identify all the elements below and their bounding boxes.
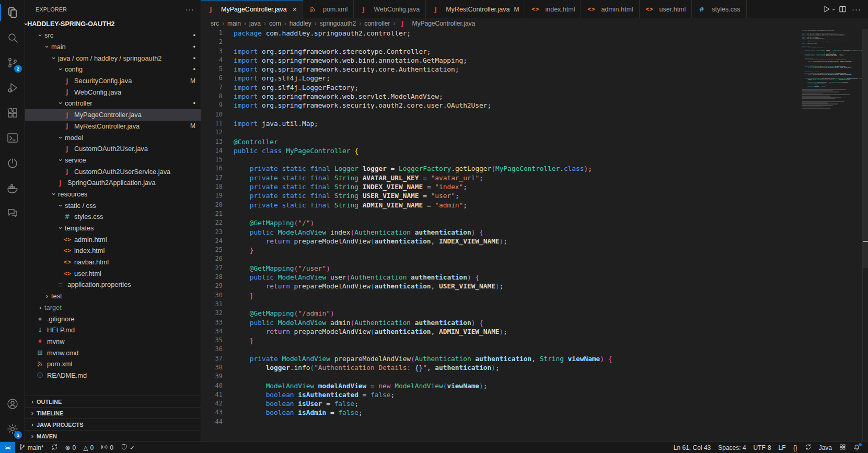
activity-bar-spring-boot-icon[interactable] (0, 150, 25, 176)
tree-folder-main[interactable]: ›main• (25, 41, 201, 53)
tree-folder-model[interactable]: ›model (25, 132, 201, 143)
code-line-30[interactable]: 30 } (201, 291, 800, 300)
code-line-32[interactable]: 32 @GetMapping("/admin") (201, 309, 800, 318)
code-line-29[interactable]: 29 return prepareModelAndView(authentica… (201, 282, 800, 291)
code-line-22[interactable]: 22 @GetMapping("/") (201, 218, 800, 227)
breadcrumb-item-haddley[interactable]: haddley (290, 20, 311, 27)
code-line-6[interactable]: 6import org.slf4j.Logger; (201, 74, 800, 83)
status-language-braces[interactable]: {} (790, 442, 801, 453)
code-line-28[interactable]: 28 public ModelAndView user(Authenticati… (201, 273, 800, 282)
breadcrumb-item-controller[interactable]: controller (364, 20, 390, 27)
status-encoding[interactable]: UTF-8 (750, 442, 775, 453)
code-line-33[interactable]: 33 public ModelAndView admin(Authenticat… (201, 318, 800, 327)
tree-folder-controller[interactable]: ›controller• (25, 98, 201, 109)
sidebar-section-timeline[interactable]: ›TIMELINE (25, 407, 201, 419)
code-line-15[interactable]: 15 (201, 155, 800, 164)
tree-file-navbar-html[interactable]: <>navbar.html (25, 257, 201, 268)
tab-pom-xml[interactable]: pom.xml (303, 0, 354, 18)
status-java-server-status[interactable] (801, 442, 815, 453)
code-line-34[interactable]: 34 return prepareModelAndView(authentica… (201, 327, 800, 336)
tree-file-styles-css[interactable]: #styles.css (25, 211, 201, 223)
activity-bar-settings-icon[interactable]: 1 (0, 416, 25, 442)
close-icon[interactable]: × (293, 5, 297, 14)
tree-folder-target[interactable]: ›target (25, 302, 201, 313)
breadcrumb-item-java[interactable]: java (249, 20, 261, 27)
tree-file-springoauth2application-java[interactable]: JSpringOauth2Application.java (25, 177, 201, 189)
code-line-12[interactable]: 12 (201, 128, 800, 137)
code-line-7[interactable]: 7import org.slf4j.LoggerFactory; (201, 83, 800, 92)
status-sync-changes[interactable] (48, 442, 62, 453)
scrollbar[interactable] (862, 29, 868, 442)
sidebar-section-java-projects[interactable]: ›JAVA PROJECTS (25, 419, 201, 430)
run-dropdown-icon[interactable]: › (831, 8, 837, 10)
activity-bar-docker-icon[interactable] (0, 176, 25, 201)
code-line-36[interactable]: 36 (201, 345, 800, 354)
code-line-23[interactable]: 23 public ModelAndView index(Authenticat… (201, 228, 800, 237)
code-line-14[interactable]: 14public class MyPageController { (201, 146, 800, 155)
breadcrumb-item-src[interactable]: src (211, 20, 219, 27)
tab-myrestcontroller-java[interactable]: JMyRestController.javaM (426, 0, 525, 18)
split-editor-icon[interactable] (837, 4, 848, 15)
tab-index-html[interactable]: <>index.html (525, 0, 581, 18)
code-line-11[interactable]: 11import java.util.Map; (201, 119, 800, 128)
code-line-42[interactable]: 42 boolean isUser = false; (201, 399, 800, 408)
code-line-37[interactable]: 37 private ModelAndView prepareModelAndV… (201, 354, 800, 363)
code-line-35[interactable]: 35 } (201, 336, 800, 345)
status-errors[interactable]: ⊗0 (62, 442, 80, 453)
status-git-branch[interactable]: main* (15, 442, 48, 453)
minimap[interactable]: package com.haddley.springoauth2.control… (800, 29, 862, 442)
code-line-16[interactable]: 16 private static final Logger logger = … (201, 164, 800, 173)
code-line-41[interactable]: 41 boolean isAuthenticated = false; (201, 390, 800, 399)
code-line-3[interactable]: 3import org.springframework.stereotype.C… (201, 47, 800, 56)
activity-bar-comments-icon[interactable] (0, 201, 25, 226)
status-ports[interactable]: 0 (97, 442, 117, 453)
activity-bar-search-icon[interactable] (0, 25, 25, 50)
tree-folder-templates[interactable]: ›templates (25, 223, 201, 234)
tree-file-user-html[interactable]: <>user.html (25, 268, 201, 279)
tree-file-mvnw[interactable]: ♦mvnw (25, 336, 201, 347)
tab-mypagecontroller-java[interactable]: JMyPageController.java× (201, 0, 303, 18)
code-line-10[interactable]: 10 (201, 110, 800, 119)
tree-file-application-properties[interactable]: ≡application.properties (25, 279, 201, 291)
tree-folder-test[interactable]: ›test (25, 291, 201, 302)
code-line-8[interactable]: 8import org.springframework.web.servlet.… (201, 92, 800, 101)
code-line-39[interactable]: 39 (201, 372, 800, 381)
code-line-25[interactable]: 25 } (201, 246, 800, 254)
tree-folder-resources[interactable]: ›resources (25, 189, 201, 200)
code-line-1[interactable]: 1package com.haddley.springoauth2.contro… (201, 29, 800, 38)
tree-file-help-md[interactable]: ↓HELP.md (25, 324, 201, 336)
activity-bar-explorer-icon[interactable] (0, 0, 25, 25)
tab-webconfig-java[interactable]: JWebConfig.java (354, 0, 426, 18)
activity-bar-run-debug-icon[interactable] (0, 75, 25, 100)
status-language-mode[interactable]: Java (815, 442, 836, 453)
tab-user-html[interactable]: <>user.html (640, 0, 692, 18)
status-cursor-position[interactable]: Ln 61, Col 43 (670, 442, 714, 453)
status-workspace-trust[interactable]: ✓ (117, 442, 138, 453)
activity-bar-source-control-icon[interactable]: 2 (0, 50, 25, 75)
breadcrumb-item-springoauth2[interactable]: springoauth2 (320, 20, 356, 27)
tab-admin-html[interactable]: <>admin.html (581, 0, 639, 18)
activity-bar-terminal-icon[interactable] (0, 125, 25, 150)
tree-file-myrestcontroller-java[interactable]: JMyRestController.javaM (25, 121, 201, 132)
code-line-26[interactable]: 26 (201, 254, 800, 263)
code-line-4[interactable]: 4import org.springframework.web.bind.ann… (201, 56, 800, 65)
code-line-9[interactable]: 9import org.springframework.security.oau… (201, 101, 800, 110)
code-line-5[interactable]: 5import org.springframework.security.cor… (201, 65, 800, 74)
tree-file-index-html[interactable]: <>index.html (25, 245, 201, 257)
tree-folder-static-css[interactable]: ›static / css (25, 200, 201, 211)
tree-file-pom-xml[interactable]: pom.xml (25, 358, 201, 370)
workspace-root-item[interactable]: › HADDLEY-SPRING-OAUTH2 (25, 18, 201, 30)
activity-bar-extensions-icon[interactable] (0, 100, 25, 125)
tree-file-webconfig-java[interactable]: JWebConfig.java (25, 86, 201, 98)
tree-folder-src[interactable]: ›src• (25, 30, 201, 41)
tree-file-admin-html[interactable]: <>admin.html (25, 234, 201, 245)
scrollbar-slider[interactable] (863, 29, 868, 268)
code-line-40[interactable]: 40 ModelAndView modelAndView = new Model… (201, 381, 800, 390)
code-line-17[interactable]: 17 private static final String AVATAR_UR… (201, 173, 800, 182)
code-line-24[interactable]: 24 return prepareModelAndView(authentica… (201, 237, 800, 246)
code-line-21[interactable]: 21 (201, 210, 800, 218)
tree-file-mypagecontroller-java[interactable]: JMyPageController.java (25, 109, 201, 121)
breadcrumb-item-com[interactable]: com (269, 20, 281, 27)
tree-file-securityconfig-java[interactable]: JSecurityConfig.javaM (25, 75, 201, 87)
status-notifications[interactable] (850, 442, 864, 453)
